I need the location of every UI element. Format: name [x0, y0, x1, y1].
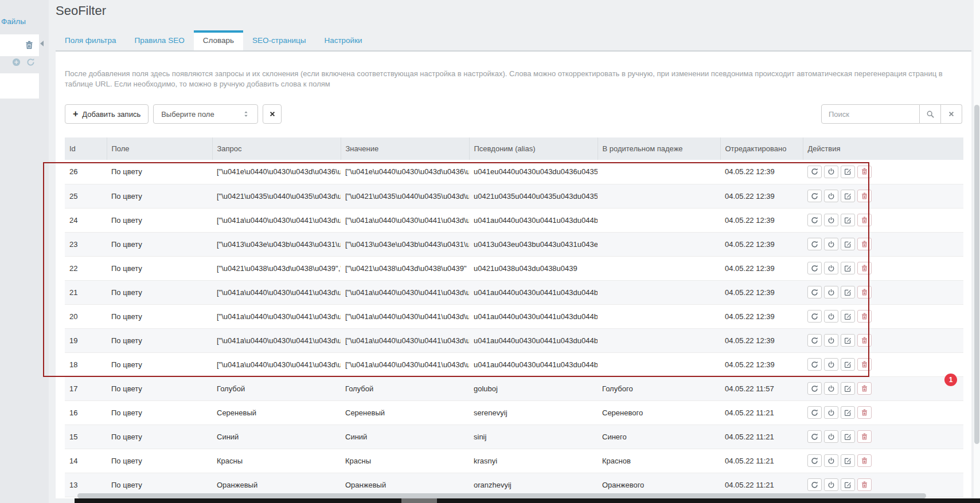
add-circle-icon[interactable]	[12, 58, 21, 66]
regenerate-button[interactable]	[807, 166, 822, 178]
tab-seo-rules[interactable]: Правила SEO	[126, 31, 194, 50]
search-input[interactable]	[821, 104, 920, 124]
toggle-active-button[interactable]	[824, 334, 838, 347]
edit-button[interactable]	[841, 262, 855, 274]
edit-button[interactable]	[841, 166, 855, 178]
table-row: 21По цвету["\u041a\u0440\u0430\u0441\u04…	[65, 280, 963, 304]
edit-button[interactable]	[841, 430, 855, 443]
toggle-active-button[interactable]	[824, 166, 838, 178]
column-header-query[interactable]: Запрос	[212, 137, 341, 160]
regenerate-button[interactable]	[807, 286, 822, 298]
toggle-active-button[interactable]	[824, 310, 838, 323]
regenerate-button[interactable]	[807, 310, 822, 323]
trash-icon[interactable]	[25, 41, 34, 50]
toggle-active-button[interactable]	[824, 406, 838, 419]
tab-dictionary[interactable]: Словарь	[194, 30, 243, 50]
power-icon	[827, 168, 835, 175]
regenerate-button[interactable]	[807, 358, 822, 371]
reset-filter-button[interactable]	[263, 104, 282, 124]
delete-button[interactable]	[857, 190, 872, 202]
row-value: ["\u0421\u0435\u0440\u0435\u043d\u...	[341, 184, 469, 208]
search-clear-button[interactable]	[941, 104, 962, 124]
horizontal-scrollbar-thumb[interactable]	[77, 493, 926, 498]
refresh-circle-icon[interactable]	[26, 58, 35, 66]
field-select-value: Выберите поле	[161, 110, 214, 119]
tab-settings[interactable]: Настройки	[315, 31, 371, 50]
tab-filter-fields[interactable]: Поля фильтра	[56, 31, 126, 50]
field-select[interactable]: Выберите поле	[153, 104, 258, 124]
table-row: 22По цвету["\u0421\u0438\u043d\u0438\u04…	[65, 256, 963, 280]
table-row: 18По цвету["\u041a\u0440\u0430\u0441\u04…	[65, 352, 963, 376]
delete-button[interactable]	[857, 358, 872, 371]
toggle-active-button[interactable]	[824, 238, 838, 250]
row-edited: 04.05.22 12:39	[720, 280, 803, 304]
bottom-scrollbar-thumb[interactable]	[401, 498, 437, 503]
regenerate-button[interactable]	[807, 190, 822, 202]
toggle-active-button[interactable]	[824, 286, 838, 298]
toggle-active-button[interactable]	[824, 454, 838, 467]
collapse-panel-icon[interactable]	[40, 41, 44, 46]
delete-button[interactable]	[857, 382, 872, 395]
delete-button[interactable]	[857, 214, 872, 226]
edit-button[interactable]	[841, 478, 855, 491]
edit-button[interactable]	[841, 382, 855, 395]
row-actions	[807, 214, 959, 226]
column-header-edited[interactable]: Отредактировано	[720, 137, 803, 160]
regenerate-button[interactable]	[807, 406, 822, 419]
delete-button[interactable]	[857, 286, 872, 298]
edit-icon	[844, 433, 852, 441]
power-icon	[827, 409, 835, 416]
row-value: ["\u0421\u0438\u043d\u0438\u0439"	[341, 256, 469, 280]
toggle-active-button[interactable]	[824, 262, 838, 274]
add-record-button[interactable]: + Добавить запись	[65, 104, 149, 124]
regenerate-button[interactable]	[807, 214, 822, 226]
edit-button[interactable]	[841, 454, 855, 467]
delete-button[interactable]	[857, 262, 872, 274]
edit-button[interactable]	[841, 406, 855, 419]
regenerate-button[interactable]	[807, 454, 822, 467]
edit-button[interactable]	[841, 358, 855, 371]
delete-button[interactable]	[857, 334, 872, 347]
delete-button[interactable]	[857, 454, 872, 467]
regenerate-button[interactable]	[807, 238, 822, 250]
row-edited: 04.05.22 12:39	[720, 256, 803, 280]
row-edited: 04.05.22 12:39	[720, 232, 803, 256]
toggle-active-button[interactable]	[824, 190, 838, 202]
regenerate-button[interactable]	[807, 382, 822, 395]
vertical-scrollbar-thumb[interactable]	[974, 105, 979, 444]
column-header-alias[interactable]: Псевдоним (alias)	[469, 137, 598, 160]
delete-button[interactable]	[857, 238, 872, 250]
row-value: ["\u041a\u0440\u0430\u0441\u043d\u...	[341, 208, 469, 232]
edit-button[interactable]	[841, 190, 855, 202]
regenerate-button[interactable]	[807, 430, 822, 443]
toggle-active-button[interactable]	[824, 214, 838, 226]
row-value: ["\u041a\u0440\u0430\u0441\u043d\u...	[341, 328, 469, 352]
column-header-value[interactable]: Значение	[341, 137, 469, 160]
delete-button[interactable]	[857, 478, 872, 491]
refresh-icon	[811, 385, 818, 392]
toggle-active-button[interactable]	[824, 430, 838, 443]
edit-button[interactable]	[841, 238, 855, 250]
delete-button[interactable]	[857, 310, 872, 323]
edit-button[interactable]	[841, 334, 855, 347]
delete-button[interactable]	[857, 430, 872, 443]
edit-button[interactable]	[841, 310, 855, 323]
column-header-id[interactable]: Id	[65, 137, 107, 160]
toggle-active-button[interactable]	[824, 478, 838, 491]
tab-seo-pages[interactable]: SEO-страницы	[243, 31, 315, 50]
column-header-genitive[interactable]: В родительном падеже	[598, 137, 720, 160]
regenerate-button[interactable]	[807, 262, 822, 274]
trash-icon	[861, 192, 868, 200]
delete-button[interactable]	[857, 166, 872, 178]
column-header-field[interactable]: Поле	[107, 137, 212, 160]
toggle-active-button[interactable]	[824, 358, 838, 371]
regenerate-button[interactable]	[807, 334, 822, 347]
toggle-active-button[interactable]	[824, 382, 838, 395]
files-link[interactable]: Файлы	[1, 17, 26, 26]
delete-button[interactable]	[857, 406, 872, 419]
regenerate-button[interactable]	[807, 478, 822, 491]
trash-icon	[861, 457, 868, 465]
edit-button[interactable]	[841, 214, 855, 226]
edit-button[interactable]	[841, 286, 855, 298]
search-button[interactable]	[920, 104, 941, 124]
